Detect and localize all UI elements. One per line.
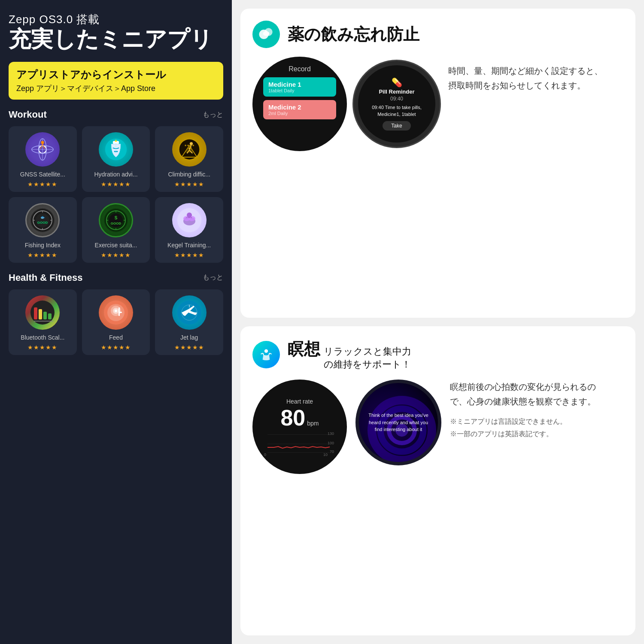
install-box: アプリストアからインストール Zepp アプリ＞マイデバイス＞App Store xyxy=(9,62,223,100)
svg-text:GOOD: GOOD xyxy=(111,222,122,225)
bluetooth-svg xyxy=(30,300,55,325)
climbing-svg: ★★★★ xyxy=(178,138,201,161)
svg-text:GOOD: GOOD xyxy=(37,221,48,225)
medicine-2-bar: Medicine 2 2ml Daily xyxy=(263,100,336,119)
meditation-card-header: 瞑想 リラックスと集中力の維持をサポート！ xyxy=(252,338,623,371)
medicine-1-name: Medicine 1 xyxy=(268,81,331,88)
svg-text:100: 100 xyxy=(328,441,334,445)
pill-device-title: Pill Reminder xyxy=(379,88,414,95)
bluetooth-stars: ★★★★★ xyxy=(27,344,58,351)
fishing-svg: 🐟 GOOD xyxy=(30,207,55,233)
kegel-icon xyxy=(172,203,207,237)
header-subtitle: Zepp OS3.0 搭載 xyxy=(9,12,223,27)
svg-rect-53 xyxy=(43,312,47,319)
watch-screens: Record Medicine 1 1tablet Daily Medicine… xyxy=(252,57,440,151)
header-title: 充実したミニアプリ xyxy=(9,27,223,52)
svg-point-6 xyxy=(41,141,44,144)
meditation-subtitle: リラックスと集中力の維持をサポート！ xyxy=(324,345,411,371)
watch-device-screen: 💊 Pill Reminder 09:40 09:40 Time to take… xyxy=(354,61,440,147)
meditation-title-block: 瞑想 リラックスと集中力の維持をサポート！ xyxy=(288,338,411,371)
svg-point-69 xyxy=(263,31,270,36)
heart-bpm-unit: bpm xyxy=(307,420,319,427)
workout-title: Workout xyxy=(9,109,47,120)
medicine-1-bar: Medicine 1 1tablet Daily xyxy=(263,77,336,97)
install-line1: アプリストアからインストール xyxy=(16,68,216,82)
health-more[interactable]: もっと xyxy=(203,273,223,282)
pill-card-title: 薬の飲み忘れ防止 xyxy=(288,24,419,46)
pill-card-body: Record Medicine 1 1tablet Daily Medicine… xyxy=(252,57,623,306)
jetlag-svg xyxy=(176,300,202,325)
svg-text:🐟: 🐟 xyxy=(40,215,46,220)
note-1: ※ミニアプリは言語設定できません。 xyxy=(450,416,623,428)
fishing-stars: ★★★★★ xyxy=(27,252,58,258)
install-line2: Zepp アプリ＞マイデバイス＞App Store xyxy=(16,83,216,94)
app-fishing[interactable]: 🐟 GOOD Fishing Index ★★★★★ xyxy=(9,197,77,263)
svg-text:10: 10 xyxy=(323,453,328,456)
fishing-icon: 🐟 GOOD xyxy=(25,203,60,237)
meditation-title: 瞑想 xyxy=(288,338,320,360)
climbing-name: Climbing diffic... xyxy=(168,171,210,178)
svg-point-48 xyxy=(187,213,192,218)
meditation-desc-text: 瞑想前後の心拍数の変化が見られるので、心身の健康状態を観察できます。 xyxy=(450,380,623,409)
svg-text:0: 0 xyxy=(264,453,266,456)
note-2: ※一部のアプリは英語表記です。 xyxy=(450,428,623,440)
blue-swirl-circle: Think of the best idea you've heard rece… xyxy=(355,380,441,465)
feed-name: Feed xyxy=(109,334,123,341)
svg-text:130: 130 xyxy=(328,432,334,436)
pill-device-icon: 💊 xyxy=(392,77,402,88)
climbing-stars: ★★★★★ xyxy=(174,181,204,188)
svg-rect-62 xyxy=(118,312,122,313)
app-exercise[interactable]: S GOOD Exercise suita... ★★★★★ xyxy=(82,197,150,263)
heart-bpm-value: 80 xyxy=(280,407,305,429)
svg-point-70 xyxy=(264,349,268,353)
bluetooth-icon xyxy=(25,295,60,330)
pill-device-btn[interactable]: Take xyxy=(383,121,410,131)
app-kegel[interactable]: Kegel Training... ★★★★★ xyxy=(155,197,223,263)
exercise-icon: S GOOD xyxy=(99,203,133,237)
right-panel: 薬の飲み忘れ防止 Record Medicine 1 1tablet Daily… xyxy=(232,0,644,644)
hydration-stars: ★★★★★ xyxy=(101,181,131,188)
app-climbing[interactable]: ★★★★ Climbing diffic... ★★★★★ xyxy=(155,126,223,192)
health-apps-grid: Bluetooth Scal... ★★★★★ Feed ★★★★★ xyxy=(9,289,223,355)
meditation-icon-circle xyxy=(252,341,280,368)
medicine-2-name: Medicine 2 xyxy=(268,103,331,111)
kegel-stars: ★★★★★ xyxy=(174,252,204,258)
svg-text:S: S xyxy=(115,216,118,220)
health-title: Health & Fitness xyxy=(9,272,82,283)
hydration-name: Hydration advi... xyxy=(94,171,137,178)
app-gnss[interactable]: GNSS Satellite... ★★★★★ xyxy=(9,126,77,192)
bluetooth-name: Bluetooth Scal... xyxy=(21,334,64,341)
jetlag-stars: ★★★★★ xyxy=(174,344,204,351)
pill-card: 薬の飲み忘れ防止 Record Medicine 1 1tablet Daily… xyxy=(240,9,635,318)
hydration-svg xyxy=(104,138,128,161)
watch-circle-label: Record xyxy=(289,65,311,73)
pill-card-header: 薬の飲み忘れ防止 xyxy=(252,21,623,48)
gnss-icon xyxy=(25,132,60,167)
jetlag-name: Jet lag xyxy=(180,334,198,341)
exercise-stars: ★★★★★ xyxy=(101,252,131,258)
hydration-icon xyxy=(99,132,133,167)
pill-card-desc: 時間、量、期間など細かく設定すると、摂取時間をお知らせしてくれます。 xyxy=(448,57,623,93)
blue-circle-text: Think of the best idea you've heard rece… xyxy=(359,405,438,440)
jetlag-icon xyxy=(172,295,207,330)
feed-icon xyxy=(99,295,133,330)
app-jetlag[interactable]: Jet lag ★★★★★ xyxy=(155,289,223,355)
svg-rect-54 xyxy=(48,313,52,319)
kegel-name: Kegel Training... xyxy=(167,242,211,249)
app-bluetooth[interactable]: Bluetooth Scal... ★★★★★ xyxy=(9,289,77,355)
watch-circle-medicine: Record Medicine 1 1tablet Daily Medicine… xyxy=(252,57,347,151)
medicine-1-sub: 1tablet Daily xyxy=(268,88,331,93)
app-feed[interactable]: Feed ★★★★★ xyxy=(82,289,150,355)
heart-chart: 130 100 70 0 10 xyxy=(263,432,336,456)
pill-device-time: 09:40 xyxy=(390,96,403,102)
pill-icon xyxy=(257,25,276,44)
kegel-svg xyxy=(176,207,202,233)
feed-stars: ★★★★★ xyxy=(101,344,131,351)
climbing-icon: ★★★★ xyxy=(172,132,207,167)
gnss-stars: ★★★★★ xyxy=(27,181,58,188)
svg-point-17 xyxy=(190,142,193,145)
meditation-body: Heart rate 80 bpm 130 100 70 0 10 xyxy=(252,380,623,474)
medicine-2-sub: 2ml Daily xyxy=(268,111,331,116)
workout-more[interactable]: もっと xyxy=(203,110,223,119)
app-hydration[interactable]: Hydration advi... ★★★★★ xyxy=(82,126,150,192)
